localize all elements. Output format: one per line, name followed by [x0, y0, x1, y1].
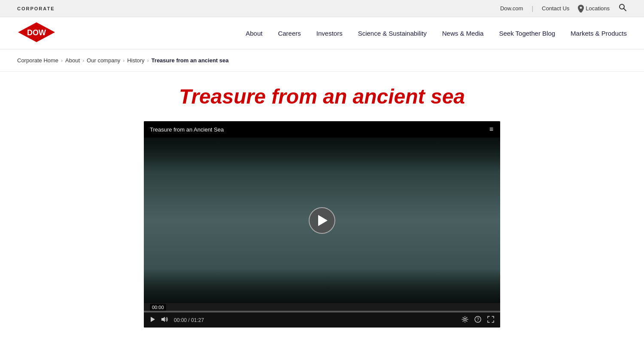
svg-point-7	[464, 318, 466, 321]
svg-text:®: ®	[50, 36, 53, 39]
play-button[interactable]	[309, 207, 335, 234]
nav-news[interactable]: News & Media	[442, 30, 484, 37]
contact-link[interactable]: Contact Us	[542, 5, 569, 12]
settings-icon[interactable]	[462, 316, 468, 324]
svg-marker-5	[151, 317, 155, 322]
nav-bar: DOW ® About Careers Investors Science & …	[0, 17, 644, 49]
video-progress-area: 00:00	[144, 303, 500, 312]
page-title: Treasure from an ancient sea	[179, 85, 465, 108]
nav-markets[interactable]: Markets & Products	[571, 30, 627, 37]
breadcrumb-sep-4: ›	[147, 58, 149, 64]
search-icon[interactable]	[618, 3, 627, 14]
nav-careers[interactable]: Careers	[278, 30, 301, 37]
progress-bar[interactable]	[144, 311, 500, 312]
brand-label: CORPORATE	[17, 6, 55, 11]
breadcrumb-current: Treasure from an ancient sea	[152, 57, 229, 64]
svg-marker-6	[161, 317, 165, 322]
svg-line-1	[624, 9, 626, 11]
video-title-text: Treasure from an Ancient Sea	[150, 126, 224, 133]
video-frame[interactable]	[144, 138, 500, 303]
breadcrumb-our-company[interactable]: Our company	[87, 57, 120, 64]
top-bar-right: Dow.com | Contact Us Locations	[500, 3, 627, 14]
breadcrumb-about[interactable]: About	[65, 57, 80, 64]
nav-science[interactable]: Science & Sustainability	[358, 30, 427, 37]
video-controls: 00:00 / 01:27 ?	[144, 312, 500, 328]
breadcrumb-history[interactable]: History	[127, 57, 144, 64]
video-player: Treasure from an Ancient Sea ≡ 00:00	[144, 121, 500, 328]
main-content: Treasure from an ancient sea Treasure fr…	[0, 72, 644, 328]
nav-blog[interactable]: Seek Together Blog	[499, 30, 555, 37]
volume-icon[interactable]	[161, 316, 169, 324]
fullscreen-icon[interactable]	[487, 316, 494, 324]
svg-text:?: ?	[477, 317, 479, 322]
breadcrumb-corp-home[interactable]: Corporate Home	[17, 57, 58, 64]
top-bar: CORPORATE Dow.com | Contact Us Locations	[0, 0, 644, 17]
video-title-bar: Treasure from an Ancient Sea ≡	[144, 121, 500, 138]
main-nav: About Careers Investors Science & Sustai…	[246, 30, 627, 37]
dow-logo: DOW ®	[17, 21, 56, 43]
video-overlay-bottom	[144, 269, 500, 303]
nav-investors[interactable]: Investors	[316, 30, 343, 37]
locations-label: Locations	[586, 5, 610, 12]
controls-left: 00:00 / 01:27	[150, 316, 204, 324]
breadcrumb: Corporate Home › About › Our company › H…	[0, 49, 644, 72]
dow-link[interactable]: Dow.com	[500, 5, 523, 12]
nav-about[interactable]: About	[246, 30, 262, 37]
video-overlay-top	[144, 138, 500, 172]
breadcrumb-sep-1: ›	[61, 58, 63, 64]
divider: |	[532, 5, 533, 12]
breadcrumb-sep-3: ›	[123, 58, 125, 64]
controls-right: ?	[462, 316, 494, 324]
video-menu-icon[interactable]: ≡	[489, 126, 494, 133]
time-display: 00:00 / 01:27	[174, 317, 204, 323]
breadcrumb-sep-2: ›	[82, 58, 84, 64]
help-icon[interactable]: ?	[474, 316, 481, 324]
locations-link[interactable]: Locations	[578, 5, 610, 12]
svg-text:DOW: DOW	[27, 28, 46, 37]
logo-container[interactable]: DOW ®	[17, 21, 56, 45]
play-triangle-icon	[318, 215, 328, 226]
play-ctrl-icon[interactable]	[150, 316, 156, 324]
progress-time-label: 00:00	[150, 304, 166, 311]
location-pin-icon	[578, 5, 584, 12]
